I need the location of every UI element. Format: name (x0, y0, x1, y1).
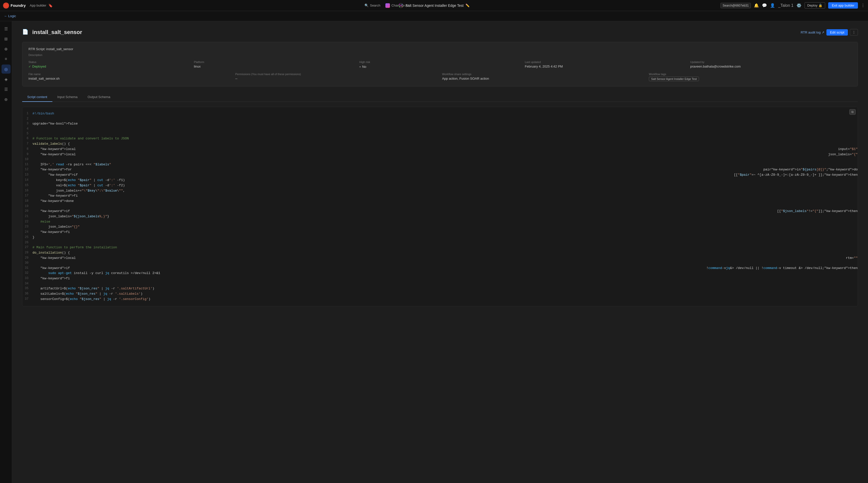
svg-point-1 (399, 4, 400, 5)
sidebar-item-eye[interactable]: ◈ (1, 75, 10, 84)
code-line: 11 IFS=',' read -ra pairs <<< "$labels" (23, 162, 858, 167)
code-line: 28do_installation() { (23, 250, 858, 256)
updated-by-label: Updated by (690, 60, 851, 63)
updated-by-field: Updated by praveen.bathala@crowdstrike.c… (690, 60, 851, 68)
last-updated-field: Last updated February 4, 2025 4:42 PM (525, 60, 686, 68)
workflow-share-field: Workflow share settings App action, Fusi… (442, 73, 645, 81)
code-line: 16 json_labels+="\"$key\":\"$value\"", (23, 188, 858, 194)
high-risk-field: High risk No (360, 60, 521, 68)
code-area: ⧉ 1#!/bin/bash23upgrade="kw-bool">false4… (22, 107, 858, 306)
settings-icon[interactable]: ⚙️ (797, 3, 802, 8)
overflow-menu-icon[interactable]: ⋮ (861, 3, 865, 8)
platform-value: linux (194, 64, 355, 68)
high-risk-label: High risk (360, 60, 521, 63)
workflow-share-value: App action, Fusion SOAR action (442, 77, 645, 80)
sidebar-item-location[interactable]: ◎ (1, 64, 10, 74)
search-button[interactable]: 🔍 Search (365, 3, 380, 7)
code-line: 12 "kw-keyword">for pair "kw-keyword">in… (23, 167, 858, 172)
code-line: 19 (23, 204, 858, 209)
code-line: 9 "kw-keyword">local json_labels="{" (23, 152, 858, 157)
code-line: 8 "kw-keyword">local input="$1" (23, 147, 858, 152)
more-options-button[interactable]: ⋮ (850, 29, 858, 35)
topbar-right: Search@6607eb31 🔔 💬 👤 _Talon 1 ⚙️ Deploy… (720, 2, 865, 8)
permissions-value: -- (235, 77, 438, 80)
grid-dots (4, 3, 8, 7)
left-sidebar: ☰ ⊞ ⊕ ≡ ◎ ◈ ☰ ⊛ (0, 21, 12, 483)
status-label: Status (28, 60, 190, 63)
bookmark-icon[interactable]: 🔖 (49, 3, 53, 7)
code-line: 18 "kw-keyword">done (23, 199, 858, 204)
platform-label: Platform (194, 60, 355, 63)
talon-label[interactable]: _Talon 1 (778, 3, 794, 8)
main-content: 📄 install_salt_sensor RTR audit log ↗ Ed… (12, 21, 868, 483)
code-line: 25} (23, 235, 858, 240)
charlotte-icon (385, 3, 390, 8)
permissions-label: Permissions (You must have all of these … (235, 73, 438, 76)
code-line: 14 key=$(echo "$pair" | cut -d':' -f1) (23, 178, 858, 183)
sidebar-item-menu[interactable]: ☰ (1, 24, 10, 33)
workflow-tags-value: Salt Sensor Agent Installer Edge Test (649, 77, 851, 81)
tabs-row: Script content Input Schema Output Schem… (22, 92, 858, 102)
permissions-field: Permissions (You must have all of these … (235, 73, 438, 81)
rtr-audit-log-label: RTR audit log (801, 30, 820, 34)
workflow-tags-field: Workflow tags Salt Sensor Agent Installe… (649, 73, 851, 81)
workflow-tags-label: Workflow tags (649, 73, 851, 76)
notifications-icon[interactable]: 🔔 (754, 3, 759, 8)
code-line: 30 (23, 261, 858, 265)
code-line: 15 val=$(echo "$pair" | cut -d':' -f2) (23, 183, 858, 188)
exit-app-builder-button[interactable]: Exit app builder (828, 2, 858, 8)
sidebar-item-grid[interactable]: ⊞ (1, 34, 10, 44)
app-title-icon (399, 3, 404, 8)
meta-grid-1: Status Deployed Platform linux High risk… (28, 60, 851, 68)
user-badge[interactable]: Search@6607eb31 (720, 3, 751, 8)
svg-point-2 (402, 4, 403, 5)
code-line: 34 (23, 281, 858, 286)
tab-input-schema[interactable]: Input Schema (52, 92, 83, 102)
app-builder-link[interactable]: App builder (30, 3, 46, 7)
code-line: 13 "kw-keyword">if [[ "$pair" =~ ^[a-zA-… (23, 172, 858, 178)
user-icon[interactable]: 👤 (770, 3, 775, 8)
code-line: 2 (23, 116, 858, 121)
logic-breadcrumb[interactable]: ← Logic (4, 14, 16, 18)
code-line: 20 "kw-keyword">if [[ "$json_labels" != … (23, 209, 858, 214)
rtr-audit-log-link[interactable]: RTR audit log ↗ (801, 30, 825, 34)
status-value: Deployed (28, 64, 190, 68)
tab-script-content[interactable]: Script content (22, 92, 52, 102)
code-line: 17 "kw-keyword">fi (23, 193, 858, 199)
deploy-button[interactable]: Deploy 🔒 (805, 2, 825, 8)
status-field: Status Deployed (28, 60, 190, 68)
lock-icon: 🔒 (818, 3, 823, 7)
external-link-icon: ↗ (822, 30, 825, 34)
code-copy-button[interactable]: ⧉ (849, 109, 856, 115)
app-title-edit-icon[interactable]: ✏️ (465, 3, 469, 7)
search-icon: 🔍 (365, 3, 369, 7)
topbar-center: 🔍 Search Charlotte AI (55, 3, 718, 8)
sidebar-item-target[interactable]: ⊕ (1, 45, 10, 53)
code-line: 5 (23, 131, 858, 136)
code-line: 3upgrade="kw-bool">false (23, 121, 858, 126)
workflow-tag-pill: Salt Sensor Agent Installer Edge Test (649, 77, 699, 81)
edit-script-button[interactable]: Edit script (827, 29, 848, 35)
sidebar-item-shield[interactable]: ⊛ (1, 95, 10, 104)
chat-icon[interactable]: 💬 (762, 3, 767, 8)
app-title-text: Salt Sensor Agent Installer Edge Test (406, 3, 464, 7)
code-line: 24 "kw-keyword">fi (23, 230, 858, 235)
logo[interactable]: Foundry (3, 2, 26, 8)
code-line: 27# Main function to perform the install… (23, 245, 858, 250)
sidebar-item-layers[interactable]: ≡ (1, 54, 10, 63)
app-title-section: Salt Sensor Agent Installer Edge Test ✏️ (399, 3, 470, 8)
page-header-actions: RTR audit log ↗ Edit script ⋮ (801, 29, 858, 35)
file-name-field: File name install_salt_sensor.sh (28, 73, 231, 81)
tab-output-schema[interactable]: Output Schema (83, 92, 115, 102)
sidebar-item-list[interactable]: ☰ (1, 85, 10, 94)
workflow-share-label: Workflow share settings (442, 73, 645, 76)
foundry-label: Foundry (10, 3, 26, 7)
code-line: 1#!/bin/bash (23, 111, 858, 116)
search-label: Search (370, 3, 380, 7)
code-line: 37 sensorConfig=$(echo "$json_res" | jq … (23, 297, 858, 302)
svg-point-5 (401, 5, 402, 6)
page-title: install_salt_sensor (32, 29, 82, 35)
page-title-row: 📄 install_salt_sensor (22, 29, 82, 36)
code-line: 4 (23, 126, 858, 131)
code-line: 35 artifactUrl=$(echo "$json_res" | jq -… (23, 286, 858, 291)
